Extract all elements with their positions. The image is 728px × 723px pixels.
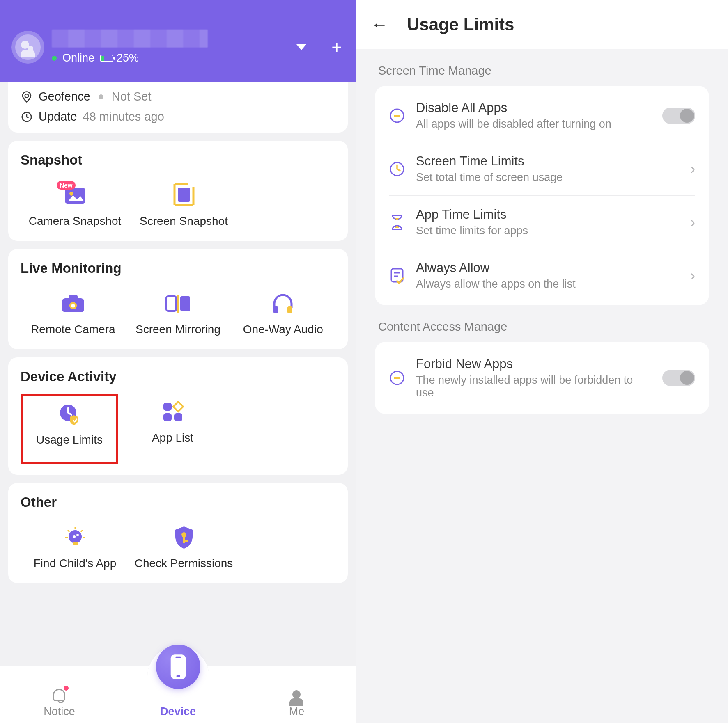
app-time-sub: Set time limits for apps: [416, 224, 680, 237]
geofence-row[interactable]: Geofence Not Set: [21, 87, 335, 107]
usage-limits-highlight: Usage Limits: [21, 394, 118, 464]
usage-limits-label: Usage Limits: [36, 433, 103, 446]
chevron-right-icon: ›: [690, 214, 695, 231]
usage-limits-pane: ← Usage Limits Screen Time Manage Disabl…: [356, 0, 728, 723]
add-device-button[interactable]: +: [331, 38, 342, 56]
svg-rect-13: [287, 306, 292, 313]
forbid-new-sub: The newly installed apps will be forbidd…: [416, 374, 652, 399]
apps-icon: [162, 401, 184, 423]
disable-all-apps-row[interactable]: Disable All Apps All apps will be disabl…: [389, 89, 695, 142]
screen-time-sub: Set total time of screen usage: [416, 171, 680, 184]
divider: [319, 37, 319, 57]
bulb-child-icon: [64, 526, 87, 549]
camera-snapshot-item[interactable]: New Camera Snapshot: [21, 177, 129, 230]
device-status-card: Geofence Not Set Update 48 minutes ago: [8, 82, 348, 133]
one-way-audio-item[interactable]: One-Way Audio: [230, 285, 335, 339]
device-dashboard-pane: Online 25% + Geofence Not Set: [0, 0, 356, 723]
screen-time-card: Disable All Apps All apps will be disabl…: [375, 86, 709, 305]
forbid-new-apps-row[interactable]: Forbid New Apps The newly installed apps…: [389, 345, 695, 411]
disable-icon: [389, 108, 405, 124]
content-access-section-label: Content Access Manage: [378, 320, 709, 334]
svg-rect-10: [180, 296, 190, 311]
nav-me[interactable]: Me: [238, 686, 355, 723]
shield-key-icon: [174, 526, 194, 549]
person-icon: [288, 686, 305, 704]
battery-icon: [100, 55, 113, 62]
snapshot-card: Snapshot New Camera Snapshot: [8, 141, 348, 241]
avatar[interactable]: [11, 31, 44, 64]
battery-percent: 25%: [117, 52, 139, 64]
app-time-title: App Time Limits: [416, 207, 680, 222]
one-way-audio-label: One-Way Audio: [243, 323, 323, 336]
svg-rect-6: [69, 295, 78, 300]
find-child-app-label: Find Child's App: [34, 557, 116, 570]
disable-all-sub: All apps will be disabled after turning …: [416, 118, 652, 130]
nav-me-label: Me: [289, 705, 305, 718]
always-allow-sub: Always allow the apps on the list: [416, 278, 680, 291]
screen-snapshot-item[interactable]: Screen Snapshot: [129, 177, 238, 230]
screen-time-limits-row[interactable]: Screen Time Limits Set total time of scr…: [389, 142, 695, 196]
device-header: Online 25% +: [0, 0, 356, 82]
check-permissions-label: Check Permissions: [135, 557, 233, 570]
app-list-label: App List: [152, 431, 193, 444]
svg-point-8: [71, 304, 75, 308]
app-list-item[interactable]: App List: [118, 394, 227, 464]
device-dropdown-icon[interactable]: [296, 44, 306, 50]
camera-snapshot-label: Camera Snapshot: [29, 215, 122, 228]
svg-point-3: [69, 192, 73, 196]
screen-mirroring-item[interactable]: Screen Mirroring: [126, 285, 231, 339]
remote-camera-item[interactable]: Remote Camera: [21, 285, 126, 339]
update-row[interactable]: Update 48 minutes ago: [21, 107, 335, 127]
geofence-value: Not Set: [112, 90, 152, 103]
usage-limits-header: ← Usage Limits: [356, 0, 728, 49]
mirror-icon: [165, 294, 192, 313]
new-badge: New: [57, 181, 76, 190]
clock-icon: [21, 111, 33, 123]
nav-device-label: Device: [160, 705, 196, 718]
svg-rect-30: [175, 657, 181, 658]
hourglass-icon: [389, 214, 405, 231]
svg-rect-15: [163, 403, 172, 411]
header-info: Online 25%: [52, 30, 296, 64]
find-child-app-item[interactable]: Find Child's App: [21, 519, 129, 572]
battery-indicator: 25%: [100, 52, 139, 64]
other-card: Other Find Child's App: [8, 483, 348, 583]
other-title: Other: [21, 494, 335, 510]
back-button[interactable]: ←: [371, 16, 388, 33]
svg-line-23: [81, 530, 83, 532]
app-time-limits-row[interactable]: App Time Limits Set time limits for apps…: [389, 196, 695, 249]
activity-title: Device Activity: [21, 369, 335, 384]
svg-rect-11: [177, 295, 179, 313]
svg-point-20: [76, 534, 79, 536]
chevron-right-icon: ›: [690, 160, 695, 178]
live-title: Live Monitoring: [21, 261, 335, 276]
disable-all-toggle[interactable]: [662, 108, 695, 124]
content-access-card: Forbid New Apps The newly installed apps…: [375, 342, 709, 414]
check-permissions-item[interactable]: Check Permissions: [129, 519, 238, 572]
svg-point-0: [25, 94, 29, 98]
svg-rect-17: [174, 413, 182, 421]
bell-icon: [51, 686, 68, 704]
svg-rect-28: [184, 540, 188, 542]
geofence-label: Geofence: [39, 90, 90, 103]
headphones-icon: [271, 293, 295, 314]
svg-rect-4: [178, 188, 190, 202]
live-monitoring-card: Live Monitoring Remote Camera: [8, 249, 348, 349]
nav-device[interactable]: Device: [119, 682, 237, 723]
nav-notice[interactable]: Notice: [0, 686, 118, 723]
always-allow-title: Always Allow: [416, 261, 680, 275]
svg-line-22: [68, 530, 69, 532]
screen-time-title: Screen Time Limits: [416, 154, 680, 169]
nav-notice-label: Notice: [44, 705, 75, 718]
screen-crop-icon: [172, 183, 196, 208]
always-allow-row[interactable]: Always Allow Always allow the apps on th…: [389, 249, 695, 302]
disable-all-title: Disable All Apps: [416, 101, 652, 115]
forbid-new-title: Forbid New Apps: [416, 357, 652, 371]
device-activity-card: Device Activity Usage Limits: [8, 357, 348, 475]
clock-shield-icon: [57, 403, 81, 425]
usage-limits-item[interactable]: Usage Limits: [23, 396, 116, 462]
svg-rect-2: [65, 188, 85, 204]
bottom-nav: Notice Device Me: [0, 666, 356, 723]
screen-time-section-label: Screen Time Manage: [378, 64, 709, 78]
forbid-new-toggle[interactable]: [662, 370, 695, 386]
